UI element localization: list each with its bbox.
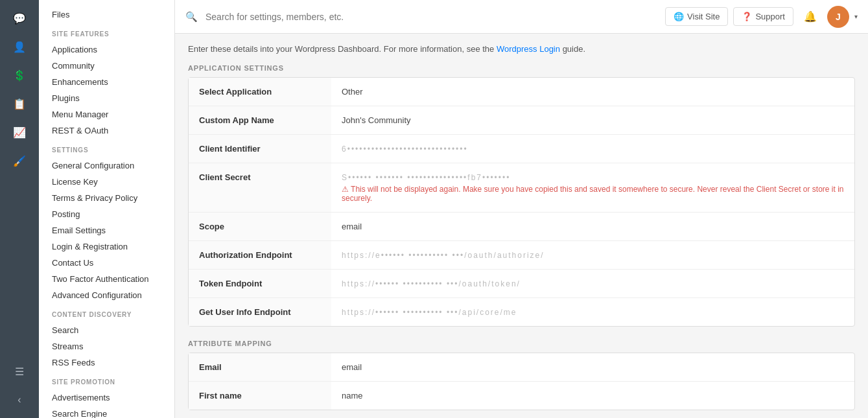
email-mapping-label: Email [189,353,331,381]
settings-heading: SETTINGS [39,139,174,157]
app-settings-table: Select Application Other Custom App Name… [188,77,855,327]
table-row: Get User Info Endpoint https://•••••• ••… [189,298,854,326]
intro-paragraph: Enter these details into your Wordpress … [188,44,855,54]
user-info-endpoint-blurred: https://•••••• •••••••••• •••/api/core/m… [342,308,517,317]
client-secret-value: S•••••• ••••••• •••••••••••••••fb7••••••… [331,163,854,212]
sidebar-item-rest-oauth[interactable]: REST & OAuth [39,122,174,139]
site-promotion-heading: SITE PROMOTION [39,371,174,389]
sidebar-item-menu-manager[interactable]: Menu Manager [39,106,174,122]
auth-endpoint-blurred: https://e•••••• •••••••••• •••/oauth/aut… [342,251,545,260]
firstname-mapping-value: name [331,382,854,410]
icon-sidebar-bottom: ☰ ‹ [5,358,34,418]
sidebar-item-enhancements[interactable]: Enhancements [39,74,174,90]
sidebar-item-email-settings[interactable]: Email Settings [39,222,174,238]
scope-label: Scope [189,213,331,240]
intro-text-suffix: guide. [563,44,585,54]
sidebar-item-general-config[interactable]: General Configuration [39,157,174,174]
auth-endpoint-value: https://e•••••• •••••••••• •••/oauth/aut… [331,241,854,269]
site-features-heading: SITE FEATURES [39,23,174,41]
sidebar-item-contact-us[interactable]: Contact Us [39,255,174,271]
notifications-button[interactable]: 🔔 [799,5,822,29]
table-row: Client Secret S•••••• ••••••• ••••••••••… [189,163,854,213]
sidebar-item-advertisements[interactable]: Advertisements [39,389,174,406]
sidebar-item-terms-privacy[interactable]: Terms & Privacy Policy [39,190,174,206]
support-button[interactable]: ❓ Support [733,7,793,26]
icon-sidebar: 💬 👤 💲 📋 📈 🖌️ ☰ ‹ [0,0,39,418]
user-icon[interactable]: 👤 [5,34,34,60]
table-row: Custom App Name John's Community [189,106,854,135]
top-bar: 🔍 🌐 Visit Site ❓ Support 🔔 J ▾ [175,0,868,34]
auth-endpoint-label: Authorization Endpoint [189,241,331,269]
table-row: Authorization Endpoint https://e•••••• •… [189,241,854,270]
custom-app-name-value: John's Community [331,106,854,134]
custom-app-name-label: Custom App Name [189,106,331,134]
chevron-down-icon[interactable]: ▾ [854,13,858,20]
menu-icon[interactable]: ☰ [5,358,34,384]
token-endpoint-value: https://•••••• •••••••••• •••/oauth/toke… [331,270,854,297]
content-area: Enter these details into your Wordpress … [175,34,868,418]
chart-icon[interactable]: 📈 [5,119,34,145]
sidebar-item-login-registration[interactable]: Login & Registration [39,238,174,255]
copy-icon[interactable]: 📋 [5,91,34,117]
visit-site-label: Visit Site [687,12,720,21]
token-endpoint-blurred: https://•••••• •••••••••• •••/oauth/toke… [342,279,521,288]
support-label: Support [755,12,785,21]
search-icon: 🔍 [185,11,198,23]
sidebar-item-streams[interactable]: Streams [39,338,174,354]
firstname-mapping-label: First name [189,382,331,410]
table-row: Client Identifier 6•••••••••••••••••••••… [189,135,854,163]
collapse-icon[interactable]: ‹ [5,387,34,413]
email-mapping-value: email [331,353,854,381]
sidebar-item-advanced-config[interactable]: Advanced Configuration [39,287,174,303]
sidebar-item-plugins[interactable]: Plugins [39,90,174,106]
top-bar-right: 🌐 Visit Site ❓ Support 🔔 J ▾ [665,5,858,29]
avatar[interactable]: J [827,6,849,28]
table-row: Scope email [189,213,854,241]
left-sidebar: Files SITE FEATURES Applications Communi… [39,0,175,418]
sidebar-item-community[interactable]: Community [39,58,174,74]
sidebar-item-posting[interactable]: Posting [39,206,174,222]
client-secret-label: Client Secret [189,163,331,212]
sidebar-item-search-engine[interactable]: Search Engine [39,406,174,418]
sidebar-item-license-key[interactable]: License Key [39,174,174,190]
table-row: First name name [189,382,854,410]
attribute-mapping-heading: ATTRIBUTE MAPPING [188,340,855,347]
select-application-value: Other [331,78,854,106]
globe-icon: 🌐 [674,12,684,21]
scope-value: email [331,213,854,240]
main-area: 🔍 🌐 Visit Site ❓ Support 🔔 J ▾ Enter the… [175,0,868,418]
client-secret-warning: ⚠ This will not be displayed again. Make… [342,185,844,203]
table-row: Email email [189,353,854,382]
client-identifier-label: Client Identifier [189,135,331,163]
user-info-endpoint-value: https://•••••• •••••••••• •••/api/core/m… [331,298,854,326]
sidebar-item-rss-feeds[interactable]: RSS Feeds [39,354,174,371]
table-row: Select Application Other [189,78,854,106]
intro-text-prefix: Enter these details into your Wordpress … [188,44,494,54]
client-identifier-blurred: 6•••••••••••••••••••••••••••••• [342,145,468,154]
sidebar-item-search[interactable]: Search [39,322,174,338]
select-application-label: Select Application [189,78,331,106]
table-row: Token Endpoint https://•••••• ••••••••••… [189,270,854,298]
search-input[interactable] [205,12,657,22]
question-icon: ❓ [742,12,752,21]
chat-icon[interactable]: 💬 [5,5,34,31]
app-settings-heading: APPLICATION SETTINGS [188,64,855,72]
token-endpoint-label: Token Endpoint [189,270,331,297]
sidebar-files[interactable]: Files [39,6,174,23]
sidebar-item-two-factor[interactable]: Two Factor Authentication [39,271,174,287]
brush-icon[interactable]: 🖌️ [5,148,34,174]
visit-site-button[interactable]: 🌐 Visit Site [665,7,728,26]
attribute-mapping-table: Email email First name name [188,353,855,410]
sidebar-item-applications[interactable]: Applications [39,41,174,58]
wordpress-login-link[interactable]: Wordpress Login [497,44,560,54]
dollar-icon[interactable]: 💲 [5,62,34,88]
user-info-endpoint-label: Get User Info Endpoint [189,298,331,326]
client-secret-blurred: S•••••• ••••••• •••••••••••••••fb7••••••… [342,173,510,182]
client-identifier-value: 6•••••••••••••••••••••••••••••• [331,135,854,163]
content-discovery-heading: CONTENT DISCOVERY [39,303,174,322]
